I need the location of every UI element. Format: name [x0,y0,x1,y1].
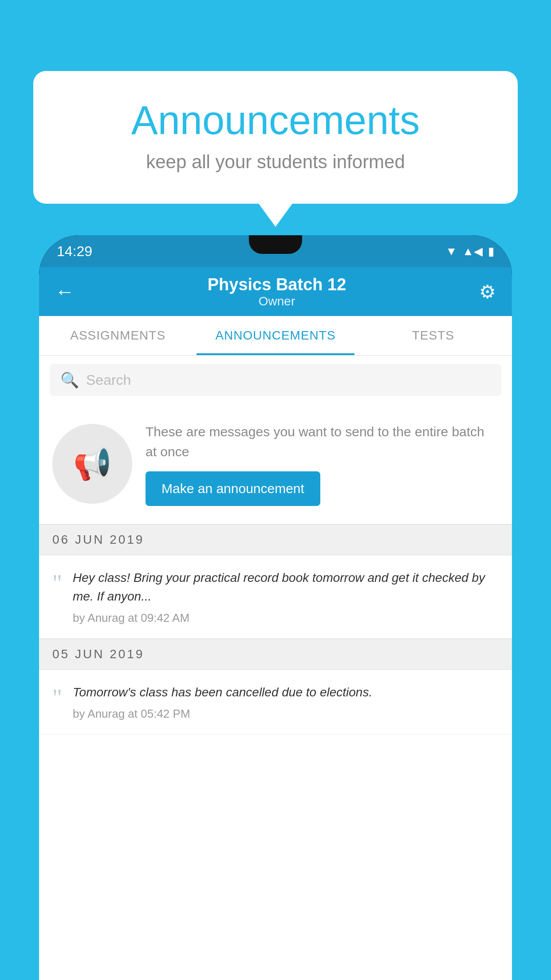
announcement-meta-1: by Anurag at 09:42 AM [73,611,499,625]
app-bar-subtitle: Owner [208,294,346,308]
phone-content: 🔍 Search 📢 These are messages you want t… [39,356,512,980]
date-separator-2: 05 JUN 2019 [39,639,512,670]
megaphone-icon: 📢 [73,446,112,482]
search-input-wrap[interactable]: 🔍 Search [50,364,501,396]
quote-icon-1: " [52,571,62,625]
notch [249,235,302,254]
wifi-icon: ▼ [446,245,457,258]
announcement-meta-2: by Anurag at 05:42 PM [73,707,372,721]
quote-icon-2: " [52,686,62,721]
announcement-description: These are messages you want to send to t… [146,422,499,462]
announcement-content-1: Hey class! Bring your practical record b… [73,569,499,625]
settings-icon[interactable]: ⚙ [479,281,496,303]
app-bar-title-group: Physics Batch 12 Owner [208,275,346,308]
tab-assignments[interactable]: ASSIGNMENTS [39,316,197,355]
announcement-item-1: " Hey class! Bring your practical record… [39,555,512,639]
phone-frame: 14:29 ▼ ▲◀ ▮ ← Physics Batch 12 Owner ⚙ … [39,235,512,980]
search-placeholder: Search [86,372,131,388]
phone-inner: 14:29 ▼ ▲◀ ▮ ← Physics Batch 12 Owner ⚙ … [39,235,512,980]
back-button[interactable]: ← [55,281,75,303]
date-separator-1: 06 JUN 2019 [39,524,512,555]
battery-icon: ▮ [488,245,494,258]
announcement-content-2: Tomorrow's class has been cancelled due … [73,683,372,721]
app-bar-title: Physics Batch 12 [208,275,346,294]
make-announcement-button[interactable]: Make an announcement [146,471,320,506]
app-bar: ← Physics Batch 12 Owner ⚙ [39,267,512,316]
megaphone-circle: 📢 [52,424,132,504]
tab-announcements[interactable]: ANNOUNCEMENTS [197,316,354,355]
search-icon: 🔍 [60,371,79,389]
speech-bubble: Announcements keep all your students inf… [33,71,518,204]
announcement-right: These are messages you want to send to t… [146,422,499,506]
announcement-item-2: " Tomorrow's class has been cancelled du… [39,670,512,735]
signal-icon: ▲◀ [462,245,483,258]
tabs: ASSIGNMENTS ANNOUNCEMENTS TESTS [39,316,512,356]
announcement-text-2: Tomorrow's class has been cancelled due … [73,683,372,702]
announcement-prompt: 📢 These are messages you want to send to… [39,404,512,524]
announcements-subtitle: keep all your students informed [69,151,482,173]
announcement-text-1: Hey class! Bring your practical record b… [73,569,499,606]
tab-tests[interactable]: TESTS [354,316,512,355]
status-icons: ▼ ▲◀ ▮ [446,245,494,258]
search-bar: 🔍 Search [39,356,512,404]
speech-bubble-container: Announcements keep all your students inf… [33,71,518,204]
status-bar: 14:29 ▼ ▲◀ ▮ [39,235,512,267]
status-time: 14:29 [57,243,92,260]
announcements-heading: Announcements [69,98,482,143]
